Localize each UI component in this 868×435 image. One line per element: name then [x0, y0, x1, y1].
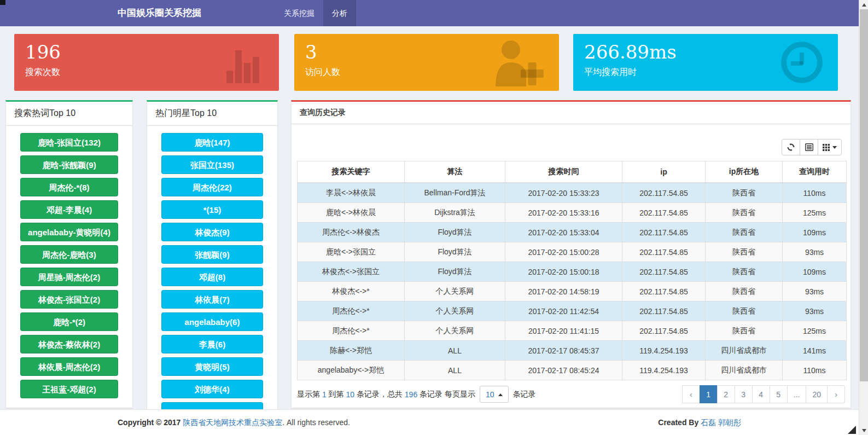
hot-star-button[interactable]: 邓超(8)	[161, 268, 263, 286]
scroll-down-arrow[interactable]	[859, 426, 868, 435]
cell-ip: 202.117.54.85	[622, 282, 706, 301]
cell-ip-location: 四川省成都市	[706, 341, 783, 361]
table-footer: 显示第 1 到第 10 条记录，总共 196 条记录 每页显示 10 条记录 ‹…	[297, 385, 845, 403]
cell-duration: 125ms	[783, 203, 847, 223]
page-link[interactable]: 4	[752, 385, 770, 403]
columns-button[interactable]	[818, 139, 842, 155]
list-item: 刘德华(4)	[161, 380, 263, 398]
table-body: 李晨<->林依晨 Bellman-Ford算法 2017-02-20 15:33…	[298, 183, 847, 380]
hot-star-button[interactable]: 李晨(6)	[161, 335, 263, 353]
cell-search-time: 2017-02-20 11:41:15	[505, 321, 622, 341]
page-link[interactable]: ‹	[682, 385, 700, 403]
hot-word-button[interactable]: 鹿晗-张靓颖(9)	[20, 155, 118, 174]
navbar-item[interactable]: 分析	[323, 0, 356, 26]
hot-star-button[interactable]: 张靓颖(9)	[161, 245, 263, 264]
app-title[interactable]: 中国娱乐圈关系挖掘	[109, 0, 209, 26]
info-to: 10	[346, 390, 354, 399]
column-header[interactable]: 查询用时	[783, 161, 847, 183]
page-footer: Copyright © 2017 陕西省天地网技术重点实验室. All righ…	[0, 409, 859, 435]
hot-word-button[interactable]: 林俊杰-蔡依林(2)	[20, 335, 118, 353]
cell-ip-location: 陕西省	[706, 262, 783, 282]
cell-search-time: 2017-02-17 08:45:24	[505, 361, 622, 380]
info-text: 条记录 每页显示	[420, 390, 475, 399]
page-link[interactable]: 20	[806, 385, 828, 403]
page-link[interactable]: 3	[735, 385, 753, 403]
cell-keyword: 鹿晗<->林依晨	[298, 203, 405, 223]
hot-star-button[interactable]: 张国立(135)	[161, 155, 263, 174]
table-row[interactable]: 林俊杰<->* 个人关系网 2017-02-20 14:58:19 202.11…	[298, 282, 847, 301]
scrollbar-thumb[interactable]	[860, 9, 868, 381]
hot-word-button[interactable]: 鹿晗-张国立(132)	[20, 133, 118, 152]
pagination: ‹ 1 2 3 4	[683, 385, 845, 403]
cell-duration: 93ms	[783, 242, 847, 262]
table-row[interactable]: 陈赫<->郑恺 ALL 2017-02-17 08:45:37 119.4.25…	[298, 341, 847, 361]
refresh-icon	[787, 143, 795, 151]
refresh-button[interactable]	[782, 139, 800, 155]
page-link[interactable]: ›	[827, 385, 845, 403]
bar-chart-icon	[226, 50, 260, 83]
authors-link[interactable]: 石磊 郭朝彤	[701, 418, 741, 427]
column-header[interactable]: 搜索关键字	[298, 161, 405, 183]
list-item: 张靓颖(9)	[161, 245, 263, 264]
table-row[interactable]: 周杰伦<->* 个人关系网 2017-02-20 11:42:54 202.11…	[298, 301, 847, 321]
list-item: 黄晓明(5)	[161, 357, 263, 376]
copyright-prefix: Copyright © 2017	[118, 418, 180, 427]
toggle-view-button[interactable]	[800, 139, 818, 155]
history-panel: 查询历史记录	[291, 100, 851, 408]
hot-star-button[interactable]: 林依晨(7)	[161, 290, 263, 309]
hot-star-button[interactable]: 刘德华(4)	[161, 380, 263, 398]
column-header[interactable]: ip所在地	[706, 161, 783, 183]
stat-card-avg-time: 266.89ms 平均搜索用时	[573, 34, 838, 91]
hot-word-button[interactable]: 王祖蓝-邓超(2)	[20, 380, 118, 398]
hot-word-button[interactable]: 鹿晗-*(2)	[20, 312, 118, 331]
page-link[interactable]: 2	[717, 385, 735, 403]
table-row[interactable]: 李晨<->林依晨 Bellman-Ford算法 2017-02-20 15:33…	[298, 183, 847, 203]
hot-star-button[interactable]: 鹿晗(147)	[161, 133, 263, 152]
table-row[interactable]: 周杰伦<->* 个人关系网 2017-02-20 11:41:15 202.11…	[298, 321, 847, 341]
hot-word-button[interactable]: angelababy-黄晓明(4)	[20, 223, 118, 241]
page-size-dropdown[interactable]: 10	[480, 386, 509, 403]
hot-word-button[interactable]: 林依晨-周杰伦(2)	[20, 357, 118, 376]
stat-card-search-count: 196 搜索次数	[14, 34, 279, 91]
hot-word-button[interactable]: 周星驰-周杰伦(2)	[20, 268, 118, 286]
page-link[interactable]: 1	[700, 385, 718, 403]
hot-star-button[interactable]: *(15)	[161, 200, 263, 219]
table-row[interactable]: 林俊杰<->张国立 Floyd算法 2017-02-20 15:00:18 20…	[298, 262, 847, 282]
hot-word-button[interactable]: 周杰伦-*(8)	[20, 178, 118, 196]
hot-words-list: 鹿晗-张国立(132) 鹿晗-张靓颖(9) 周杰伦-*(8) 邓超-李晨(4) …	[6, 126, 132, 409]
hot-star-button[interactable]: 林俊杰(9)	[161, 223, 263, 241]
org-link[interactable]: 陕西省天地网技术重点实验室	[183, 418, 282, 427]
cell-ip: 202.117.54.85	[622, 301, 706, 321]
hot-star-button[interactable]: 周杰伦(22)	[161, 178, 263, 196]
cell-algorithm: 个人关系网	[405, 321, 505, 341]
hot-word-button[interactable]: 周杰伦-鹿晗(3)	[20, 245, 118, 264]
list-item: *(15)	[161, 200, 263, 219]
list-item: angelababy-黄晓明(4)	[20, 223, 118, 241]
scroll-up-arrow[interactable]	[859, 0, 868, 9]
page-size-value: 10	[486, 390, 494, 399]
page-link[interactable]: ...	[787, 385, 807, 403]
table-row[interactable]: angelababy<->郑恺 ALL 2017-02-17 08:45:24 …	[298, 361, 847, 380]
hot-star-button[interactable]: angelababy(6)	[161, 312, 263, 331]
cell-ip-location: 陕西省	[706, 321, 783, 341]
table-row[interactable]: 周杰伦<->林俊杰 Floyd算法 2017-02-20 15:33:04 20…	[298, 223, 847, 242]
hot-word-button[interactable]: 林俊杰-张国立(2)	[20, 290, 118, 309]
cell-duration: 109ms	[783, 262, 847, 282]
hot-stars-title: 热门明星Top 10	[147, 102, 277, 126]
cell-duration: 93ms	[783, 282, 847, 301]
table-row[interactable]: 鹿晗<->张国立 Floyd算法 2017-02-20 15:00:28 202…	[298, 242, 847, 262]
navbar-item[interactable]: 关系挖掘	[275, 0, 323, 26]
list-item: 周杰伦-*(8)	[20, 178, 118, 196]
list-item: 林依晨-周杰伦(2)	[20, 357, 118, 376]
vertical-scrollbar[interactable]	[859, 0, 868, 435]
page-link[interactable]: 5	[770, 385, 788, 403]
hot-star-button[interactable]: 黄晓明(5)	[161, 357, 263, 376]
hot-word-button[interactable]: 邓超-李晨(4)	[20, 200, 118, 219]
column-header[interactable]: 搜索时间	[505, 161, 622, 183]
list-item: 李晨(6)	[161, 335, 263, 353]
table-row[interactable]: 鹿晗<->林依晨 Dijkstra算法 2017-02-20 15:33:16 …	[298, 203, 847, 223]
column-header[interactable]: ip	[622, 161, 706, 183]
info-text: 显示第	[297, 390, 320, 399]
column-header[interactable]: 算法	[405, 161, 505, 183]
copyright: Copyright © 2017 陕西省天地网技术重点实验室. All righ…	[118, 410, 350, 435]
